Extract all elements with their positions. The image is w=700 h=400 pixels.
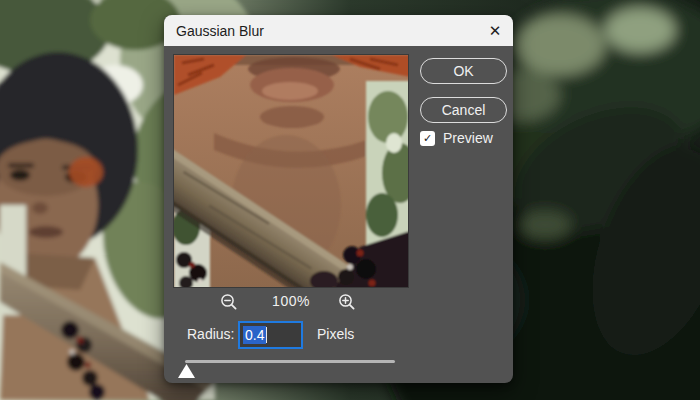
zoom-level: 100% (173, 293, 409, 309)
ok-button[interactable]: OK (420, 58, 507, 84)
text-caret (266, 327, 267, 343)
close-icon[interactable]: ✕ (481, 15, 509, 46)
radius-input[interactable]: 0.4 (238, 321, 303, 349)
preview-zoom-controls: 100% (173, 293, 409, 311)
slider-handle-icon[interactable] (178, 364, 195, 378)
slider-track[interactable] (185, 360, 395, 363)
zoom-in-icon[interactable] (338, 293, 356, 311)
radius-unit: Pixels (317, 326, 354, 342)
preview-image[interactable] (173, 54, 409, 288)
dialog-titlebar[interactable]: Gaussian Blur ✕ (164, 15, 513, 46)
preview-checkbox-label: Preview (443, 130, 493, 146)
cancel-button[interactable]: Cancel (420, 97, 507, 123)
radius-selected-text: 0.4 (243, 326, 266, 344)
checkbox-check-icon: ✓ (423, 133, 432, 144)
gaussian-blur-dialog: Gaussian Blur ✕ (164, 15, 513, 383)
preview-checkbox[interactable]: ✓ (420, 131, 435, 146)
app-background: Gaussian Blur ✕ (0, 0, 700, 400)
dialog-title: Gaussian Blur (176, 23, 264, 39)
radius-slider (185, 359, 395, 379)
radius-row: Radius: 0.4 Pixels (164, 321, 513, 349)
radius-label: Radius: (187, 326, 234, 342)
